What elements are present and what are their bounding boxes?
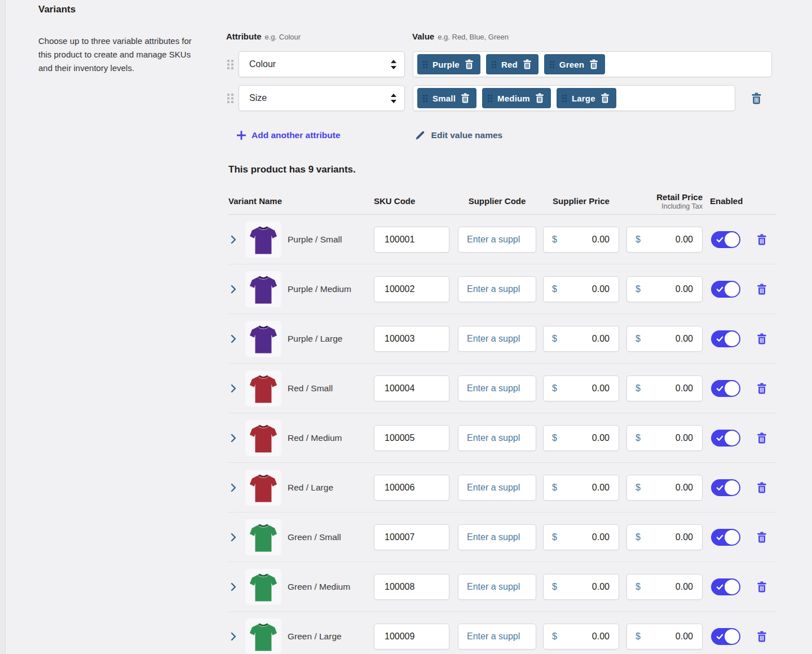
- supplier-code-input[interactable]: [458, 524, 536, 550]
- drag-handle-icon[interactable]: [227, 60, 234, 69]
- table-row: Red / Large $ $: [228, 463, 776, 512]
- trash-icon[interactable]: [461, 93, 470, 103]
- chevron-right-icon[interactable]: [228, 582, 239, 591]
- add-attribute-button[interactable]: Add another attribute: [237, 130, 341, 140]
- enabled-toggle[interactable]: [711, 430, 740, 447]
- currency-symbol: $: [544, 631, 557, 642]
- supplier-code-input[interactable]: [458, 326, 536, 352]
- supplier-price-input[interactable]: [557, 383, 619, 394]
- sku-input[interactable]: [374, 227, 449, 253]
- retail-price-input[interactable]: [641, 631, 702, 642]
- enabled-toggle[interactable]: [711, 578, 740, 595]
- chevron-right-icon[interactable]: [228, 533, 239, 542]
- enabled-toggle[interactable]: [711, 628, 740, 645]
- enabled-toggle[interactable]: [711, 479, 740, 496]
- sku-input[interactable]: [374, 524, 449, 550]
- currency-symbol: $: [627, 284, 641, 294]
- value-chip[interactable]: Large: [557, 88, 616, 108]
- trash-icon[interactable]: [757, 482, 767, 493]
- trash-icon[interactable]: [589, 59, 598, 69]
- retail-price-input[interactable]: [641, 483, 702, 493]
- chevron-right-icon[interactable]: [228, 285, 239, 294]
- value-chip[interactable]: Green: [544, 54, 605, 74]
- enabled-toggle[interactable]: [711, 231, 740, 248]
- trash-icon[interactable]: [465, 59, 474, 69]
- supplier-code-input[interactable]: [458, 624, 536, 649]
- enabled-toggle[interactable]: [711, 529, 740, 546]
- variant-image: [245, 271, 281, 307]
- trash-icon[interactable]: [757, 383, 767, 394]
- trash-icon[interactable]: [757, 532, 767, 543]
- trash-icon[interactable]: [757, 234, 767, 245]
- trash-icon[interactable]: [523, 59, 532, 69]
- chevron-right-icon[interactable]: [228, 384, 239, 393]
- value-box[interactable]: Purple Red: [413, 51, 772, 77]
- toggle-knob: [725, 629, 739, 644]
- add-attribute-label: Add another attribute: [251, 130, 341, 140]
- chevron-right-icon[interactable]: [228, 235, 239, 244]
- chevron-right-icon[interactable]: [228, 632, 239, 641]
- variant-name: Purple / Medium: [288, 284, 373, 294]
- value-chip[interactable]: Red: [486, 54, 539, 74]
- enabled-toggle[interactable]: [711, 380, 740, 397]
- sku-input[interactable]: [374, 425, 449, 451]
- chevron-right-icon[interactable]: [228, 434, 239, 443]
- retail-price-input[interactable]: [641, 532, 702, 542]
- supplier-price-input[interactable]: [557, 433, 619, 443]
- supplier-code-input[interactable]: [458, 276, 536, 302]
- trash-icon[interactable]: [751, 92, 762, 104]
- supplier-code-input[interactable]: [458, 574, 536, 600]
- supplier-code-input[interactable]: [458, 227, 536, 253]
- sku-input[interactable]: [374, 574, 449, 600]
- value-chip[interactable]: Small: [417, 88, 476, 108]
- currency-symbol: $: [627, 582, 641, 592]
- trash-icon[interactable]: [601, 93, 610, 103]
- value-box[interactable]: Small Medium: [413, 85, 735, 111]
- trash-icon[interactable]: [757, 284, 767, 295]
- trash-icon[interactable]: [757, 333, 767, 344]
- retail-price-input[interactable]: [641, 284, 702, 294]
- supplier-price-input[interactable]: [557, 532, 619, 542]
- trash-icon[interactable]: [757, 581, 767, 593]
- retail-price-input[interactable]: [641, 582, 702, 592]
- supplier-code-input[interactable]: [458, 375, 536, 401]
- trash-icon[interactable]: [535, 93, 544, 103]
- edit-value-names-button[interactable]: Edit value names: [415, 130, 503, 140]
- drag-handle-icon[interactable]: [227, 94, 234, 103]
- sku-input[interactable]: [374, 475, 449, 501]
- sku-input[interactable]: [374, 326, 449, 352]
- sku-input[interactable]: [374, 276, 449, 302]
- supplier-price-input[interactable]: [557, 334, 619, 344]
- supplier-price-input[interactable]: [557, 483, 619, 493]
- enabled-toggle[interactable]: [711, 281, 740, 298]
- enabled-toggle[interactable]: [711, 330, 740, 347]
- table-body: Purple / Small $ $: [228, 215, 776, 654]
- value-chip[interactable]: Medium: [482, 88, 551, 108]
- supplier-code-input[interactable]: [458, 425, 536, 451]
- supplier-price-input[interactable]: [557, 582, 619, 592]
- header-retail-price-sub: Including Tax: [626, 202, 703, 210]
- retail-price-input[interactable]: [641, 235, 702, 245]
- supplier-code-input[interactable]: [458, 475, 536, 501]
- header-supplier-code: Supplier Code: [458, 196, 536, 206]
- sku-input[interactable]: [374, 624, 449, 649]
- sku-input[interactable]: [374, 375, 449, 401]
- supplier-price-input[interactable]: [557, 631, 619, 642]
- retail-price-input[interactable]: [641, 433, 702, 443]
- trash-icon[interactable]: [757, 631, 767, 642]
- value-chip[interactable]: Purple: [417, 54, 480, 74]
- chevron-right-icon[interactable]: [228, 334, 239, 343]
- trash-icon[interactable]: [757, 432, 767, 444]
- supplier-price-input[interactable]: [557, 235, 619, 245]
- supplier-price-input[interactable]: [557, 284, 619, 294]
- retail-price-input[interactable]: [641, 383, 702, 394]
- variant-name: Red / Medium: [288, 433, 373, 443]
- chevron-right-icon[interactable]: [228, 483, 239, 492]
- toggle-knob: [725, 431, 739, 445]
- supplier-price-field: $: [543, 276, 619, 302]
- attribute-select[interactable]: Size: [239, 85, 405, 111]
- toggle-knob: [725, 381, 739, 396]
- section-description: Choose up to three variable attributes f…: [38, 34, 203, 75]
- retail-price-input[interactable]: [641, 334, 702, 344]
- attribute-select[interactable]: Colour: [239, 51, 405, 77]
